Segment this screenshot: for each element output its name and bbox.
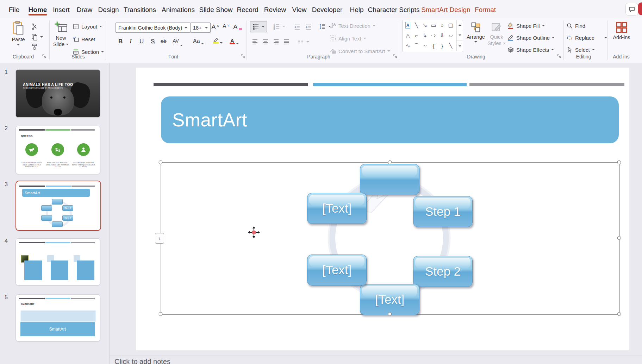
tab-animations[interactable]: Animations bbox=[162, 4, 195, 16]
selection-handle-top-right[interactable] bbox=[617, 161, 621, 164]
bullets-button[interactable] bbox=[250, 21, 267, 32]
reset-button[interactable]: Reset bbox=[73, 34, 95, 44]
add-ins-button[interactable]: Add-ins bbox=[611, 21, 632, 40]
shape-block-arrow-down-icon[interactable]: ⇩ bbox=[438, 30, 446, 40]
copy-button[interactable] bbox=[31, 32, 43, 42]
shape-triangle-icon[interactable]: △ bbox=[404, 30, 412, 40]
change-case-button[interactable]: Aa bbox=[193, 38, 204, 44]
shape-line2-icon[interactable]: ╲ bbox=[447, 41, 455, 51]
selection-handle-bottom-left[interactable] bbox=[159, 312, 163, 316]
select-button[interactable]: Select bbox=[566, 45, 595, 54]
smartart-node-bottom[interactable]: [Text] bbox=[360, 284, 419, 315]
strikethrough-button[interactable]: ab bbox=[161, 38, 167, 44]
shape-effects-button[interactable]: Shape Effects bbox=[507, 45, 554, 54]
align-center-button[interactable] bbox=[262, 37, 269, 46]
tab-file[interactable]: File bbox=[9, 4, 20, 16]
drawing-dialog-launcher[interactable] bbox=[556, 54, 562, 59]
smartart-node-left-upper[interactable]: [Text] bbox=[307, 193, 367, 224]
decrease-indent-button[interactable] bbox=[294, 23, 301, 32]
gallery-scroll-down-button[interactable] bbox=[457, 30, 463, 40]
font-size-combo[interactable]: 18+ bbox=[190, 23, 211, 33]
shape-elbow-connector-icon[interactable]: ⌐ bbox=[412, 30, 420, 40]
shape-brace-left-icon[interactable]: { bbox=[429, 41, 438, 51]
smartart-node-top[interactable] bbox=[360, 164, 419, 195]
character-spacing-button[interactable]: AV ←→ bbox=[173, 38, 183, 46]
shape-rectangle-icon[interactable]: ▭ bbox=[429, 20, 438, 30]
tab-draw[interactable]: Draw bbox=[77, 4, 92, 16]
numbering-button[interactable]: 123 bbox=[272, 21, 287, 32]
tab-design[interactable]: Design bbox=[98, 4, 119, 16]
smartart-node-step1[interactable]: Step 1 bbox=[413, 196, 473, 227]
slide-thumbnail-1[interactable]: ANIMALS HAS A LIFE TOO A DOCUMENTARY BAS… bbox=[15, 69, 100, 118]
shape-arrow-icon[interactable]: ↘ bbox=[421, 20, 429, 30]
cut-button[interactable] bbox=[31, 23, 38, 32]
bold-button[interactable]: B bbox=[118, 38, 123, 45]
share-button-partial[interactable] bbox=[638, 2, 642, 15]
shape-scribble-icon[interactable]: ∿ bbox=[404, 41, 412, 51]
replace-button[interactable]: bc Replace bbox=[566, 33, 607, 42]
font-name-combo[interactable]: Franklin Gothic Book (Body) bbox=[116, 23, 190, 33]
text-direction-button[interactable]: A Text Direction bbox=[329, 21, 375, 30]
shape-textbox-icon[interactable]: A bbox=[405, 22, 410, 29]
notes-placeholder[interactable]: Click to add notes bbox=[114, 358, 170, 364]
shape-freeform-icon[interactable]: ▱ bbox=[447, 30, 455, 40]
font-dialog-launcher[interactable] bbox=[240, 54, 246, 59]
quick-styles-button[interactable]: Quick Styles bbox=[487, 22, 506, 46]
italic-button[interactable]: I bbox=[130, 38, 132, 45]
shape-fill-button[interactable]: Shape Fill bbox=[507, 21, 545, 30]
smartart-node-step2[interactable]: Step 2 bbox=[413, 256, 473, 287]
slide-title-placeholder[interactable]: SmartArt bbox=[161, 96, 619, 143]
selection-handle-top-left[interactable] bbox=[159, 161, 163, 164]
selection-handle-mid-right[interactable] bbox=[617, 236, 621, 240]
comments-button[interactable] bbox=[625, 3, 638, 15]
paste-button[interactable]: Paste bbox=[8, 21, 29, 45]
columns-button[interactable] bbox=[297, 37, 309, 46]
selection-handle-top-center[interactable] bbox=[388, 161, 392, 164]
tab-transitions[interactable]: Transitions bbox=[124, 4, 156, 16]
shape-elbow-arrow-icon[interactable]: ↳ bbox=[421, 30, 429, 40]
align-right-button[interactable] bbox=[273, 37, 280, 46]
new-slide-button[interactable]: New Slide bbox=[51, 21, 70, 48]
selection-handle-bottom-center[interactable] bbox=[388, 312, 392, 316]
selection-handle-bottom-right[interactable] bbox=[617, 312, 621, 316]
find-button[interactable]: Find bbox=[566, 21, 585, 30]
text-shadow-button[interactable]: S bbox=[151, 38, 155, 45]
tab-help[interactable]: Help bbox=[350, 4, 363, 16]
slide-thumbnail-2[interactable]: BREEDS LOREM IPSUM DOLOR SIT AMET, CONSE… bbox=[15, 126, 100, 174]
grow-font-button[interactable]: A˄ bbox=[211, 23, 219, 31]
gallery-scroll-up-button[interactable] bbox=[457, 20, 463, 30]
tab-home[interactable]: Home bbox=[29, 4, 47, 16]
convert-to-smartart-button[interactable]: Convert to SmartArt bbox=[329, 46, 390, 56]
justify-button[interactable] bbox=[283, 37, 290, 46]
shape-outline-button[interactable]: Shape Outline bbox=[507, 33, 555, 42]
paragraph-dialog-launcher[interactable] bbox=[392, 54, 398, 59]
shrink-font-button[interactable]: A˅ bbox=[223, 23, 230, 30]
shape-oval-icon[interactable]: ○ bbox=[438, 20, 446, 30]
slide-thumbnail-4[interactable] bbox=[15, 238, 100, 285]
shape-line-icon[interactable]: ╲ bbox=[412, 20, 420, 30]
tab-insert[interactable]: Insert bbox=[53, 4, 70, 16]
shape-block-arrow-right-icon[interactable]: ⇨ bbox=[429, 30, 438, 40]
text-pane-toggle-button[interactable]: ‹ bbox=[155, 233, 164, 244]
slide-thumbnail-3-selected[interactable]: SmartArt Step 1 Step 2 bbox=[15, 181, 101, 231]
shape-arc-icon[interactable]: ⌒ bbox=[412, 41, 420, 51]
tab-smartart-design[interactable]: SmartArt Design bbox=[421, 4, 470, 16]
tab-view[interactable]: View bbox=[292, 4, 307, 16]
sidebar-divider[interactable] bbox=[109, 63, 110, 364]
align-left-button[interactable] bbox=[251, 37, 258, 46]
format-painter-button[interactable] bbox=[31, 42, 38, 51]
shape-rounded-rectangle-icon[interactable]: ▢ bbox=[447, 20, 455, 30]
underline-button[interactable]: U bbox=[139, 38, 144, 45]
notes-pane-divider[interactable] bbox=[110, 356, 642, 356]
smartart-node-left-lower[interactable]: [Text] bbox=[307, 255, 367, 285]
highlight-color-button[interactable] bbox=[213, 37, 223, 44]
align-text-button[interactable]: Align Text bbox=[329, 34, 366, 43]
tab-character-scripts[interactable]: Character Scripts bbox=[368, 4, 420, 16]
increase-indent-button[interactable] bbox=[305, 23, 312, 32]
tab-developer[interactable]: Developer bbox=[312, 4, 343, 16]
shape-brace-right-icon[interactable]: } bbox=[438, 41, 446, 51]
shape-curve-icon[interactable]: ∼ bbox=[421, 41, 429, 51]
clipboard-dialog-launcher[interactable] bbox=[42, 54, 47, 59]
layout-button[interactable]: Layout bbox=[73, 22, 102, 31]
slide-thumbnail-5[interactable]: SMARTART SmartArt bbox=[15, 294, 100, 341]
